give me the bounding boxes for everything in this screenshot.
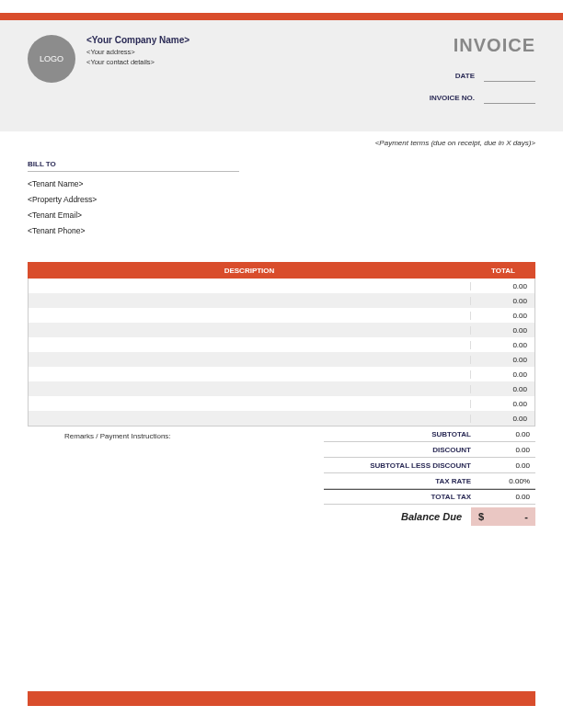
bill-tenant-email: <Tenant Email> — [28, 210, 535, 220]
bottom-accent-bar — [28, 691, 535, 706]
item-total: 0.00 — [470, 400, 534, 408]
less-discount-label: SUBTOTAL LESS DISCOUNT — [324, 461, 480, 470]
balance-currency: $ — [478, 511, 484, 522]
total-tax-value: 0.00 — [480, 493, 535, 501]
totals-block: SUBTOTAL 0.00 DISCOUNT 0.00 SUBTOTAL LES… — [324, 427, 535, 527]
balance-value: $ - — [471, 507, 535, 526]
remarks-label: Remarks / Payment Instructions: — [28, 427, 324, 527]
bill-property-address: <Property Address> — [28, 195, 535, 204]
date-value — [484, 69, 535, 82]
invoice-no-value — [484, 91, 535, 104]
item-total: 0.00 — [470, 356, 534, 364]
below-table: Remarks / Payment Instructions: SUBTOTAL… — [0, 427, 563, 527]
company-address: <Your address> — [86, 48, 190, 56]
tax-rate-label: TAX RATE — [324, 477, 480, 485]
item-row: 0.00 — [29, 337, 534, 352]
tax-rate-row: TAX RATE 0.00% — [324, 473, 535, 489]
header-block: LOGO <Your Company Name> <Your address> … — [0, 20, 563, 131]
item-row: 0.00 — [29, 308, 534, 323]
item-row: 0.00 — [29, 279, 534, 293]
item-row: 0.00 — [29, 352, 534, 367]
company-contact: <Your contact details> — [86, 58, 190, 66]
discount-value: 0.00 — [480, 446, 535, 454]
item-row: 0.00 — [29, 396, 534, 411]
item-row: 0.00 — [29, 367, 534, 381]
discount-label: DISCOUNT — [324, 446, 480, 454]
item-row: 0.00 — [29, 323, 534, 337]
bill-to-section: BILL TO <Tenant Name> <Property Address>… — [0, 160, 563, 235]
tax-rate-value: 0.00% — [480, 477, 535, 485]
total-tax-label: TOTAL TAX — [324, 493, 480, 501]
invoice-no-label: INVOICE NO. — [430, 94, 475, 102]
balance-amount: - — [524, 511, 528, 522]
item-row: 0.00 — [29, 381, 534, 396]
balance-row: Balance Due $ - — [324, 506, 535, 527]
balance-label: Balance Due — [324, 511, 471, 522]
item-total: 0.00 — [470, 297, 534, 305]
subtotal-row: SUBTOTAL 0.00 — [324, 427, 535, 442]
item-total: 0.00 — [470, 341, 534, 349]
invoice-title: INVOICE — [430, 35, 535, 56]
header-total: TOTAL — [471, 267, 535, 275]
item-row: 0.00 — [29, 411, 534, 426]
item-total: 0.00 — [470, 370, 534, 379]
items-header: DESCRIPTION TOTAL — [28, 262, 535, 279]
invoice-meta: INVOICE DATE INVOICE NO. — [430, 31, 535, 113]
invoice-no-row: INVOICE NO. — [430, 91, 535, 104]
date-label: DATE — [455, 72, 475, 80]
logo-company-group: LOGO <Your Company Name> <Your address> … — [28, 31, 190, 83]
bill-tenant-phone: <Tenant Phone> — [28, 226, 535, 235]
item-total: 0.00 — [470, 282, 534, 290]
subtotal-value: 0.00 — [480, 430, 535, 438]
company-info: <Your Company Name> <Your address> <Your… — [86, 35, 190, 68]
subtotal-label: SUBTOTAL — [324, 430, 480, 438]
bill-tenant-name: <Tenant Name> — [28, 179, 535, 188]
total-tax-row: TOTAL TAX 0.00 — [324, 489, 535, 505]
item-total: 0.00 — [470, 415, 534, 423]
logo-placeholder: LOGO — [28, 35, 75, 83]
less-discount-row: SUBTOTAL LESS DISCOUNT 0.00 — [324, 458, 535, 473]
item-row: 0.00 — [29, 293, 534, 308]
less-discount-value: 0.00 — [480, 461, 535, 470]
header-description: DESCRIPTION — [28, 267, 471, 275]
discount-row: DISCOUNT 0.00 — [324, 442, 535, 458]
bill-to-label: BILL TO — [28, 160, 239, 172]
company-name: <Your Company Name> — [86, 35, 190, 45]
date-row: DATE — [430, 69, 535, 82]
item-total: 0.00 — [470, 326, 534, 335]
payment-terms: <Payment terms (due on receipt, due in X… — [0, 131, 563, 160]
item-total: 0.00 — [470, 312, 534, 320]
items-section: DESCRIPTION TOTAL 0.000.000.000.000.000.… — [0, 242, 563, 427]
items-body: 0.000.000.000.000.000.000.000.000.000.00 — [28, 279, 535, 427]
item-total: 0.00 — [470, 385, 534, 393]
top-accent-bar — [0, 13, 563, 20]
